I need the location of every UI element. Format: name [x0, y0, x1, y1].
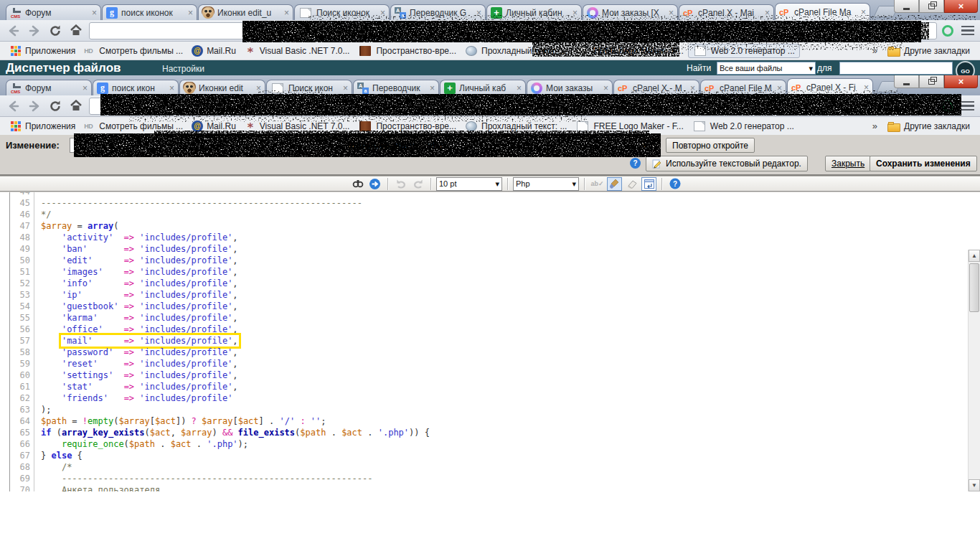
menu-icon[interactable] — [961, 101, 974, 111]
tab-close-icon[interactable]: × — [476, 8, 481, 18]
find-icon[interactable] — [350, 177, 365, 191]
browser-tab[interactable]: поиск икон × — [93, 80, 179, 95]
tab-close-icon[interactable]: × — [284, 8, 289, 18]
browser-tab[interactable]: Иконки edit × — [179, 80, 265, 95]
bookmark-item[interactable]: Пространство-вре... — [354, 44, 461, 57]
menu-icon[interactable] — [961, 26, 974, 36]
close-button[interactable]: × — [944, 75, 978, 88]
other-bookmarks[interactable]: Другие закладки — [883, 44, 974, 57]
use-text-editor-button[interactable]: Используйте текстовый редактор. — [646, 156, 808, 171]
bookmark-item[interactable]: Пространство-вре... — [354, 120, 461, 133]
tab-close-icon[interactable]: × — [573, 8, 578, 18]
browser-tab[interactable]: Мои заказы × — [527, 80, 613, 95]
back-icon[interactable] — [6, 98, 22, 114]
bookmark-item[interactable]: Web 2.0 генератор ... — [688, 44, 800, 58]
spellcheck-icon[interactable]: ab✓ — [590, 177, 605, 191]
tab-close-icon[interactable]: × — [188, 8, 193, 18]
code-editor[interactable]: 44--------------------------------------… — [0, 192, 980, 491]
syntax-select[interactable]: Php▾ — [513, 177, 579, 191]
bookmark-item[interactable]: FREE Logo Maker - F... — [571, 44, 687, 57]
bookmark-item[interactable]: Приложения — [6, 120, 80, 133]
tab-close-icon[interactable]: × — [169, 83, 174, 93]
bookmark-item[interactable]: Visual Basic .NET 7.0... — [240, 120, 354, 133]
tab-close-icon[interactable]: × — [343, 83, 348, 93]
browser-tab[interactable]: cPanel File Ma × — [775, 3, 870, 20]
save-changes-button[interactable]: Сохранить изменения — [870, 156, 977, 171]
back-icon[interactable] — [6, 23, 22, 39]
browser-tab[interactable]: Поиск иконок × — [294, 4, 390, 20]
bookmark-item[interactable]: Прохладный текст: ... — [461, 44, 571, 57]
scrollbar[interactable]: ▲ ▼ — [968, 250, 980, 491]
home-icon[interactable] — [68, 98, 84, 114]
browser-tab[interactable]: cPanel File M × — [700, 80, 786, 95]
help-icon[interactable]: ? — [630, 158, 641, 169]
tab-close-icon[interactable]: × — [430, 83, 435, 93]
tab-close-icon[interactable]: × — [517, 83, 522, 93]
browser-tab[interactable]: Форум × — [6, 80, 92, 95]
extension-icon[interactable] — [942, 100, 953, 112]
bookmark-item[interactable]: Visual Basic .NET 7.0... — [240, 44, 354, 57]
extension-icon[interactable] — [942, 25, 953, 37]
address-bar[interactable] — [89, 98, 937, 115]
reload-icon[interactable] — [47, 98, 63, 114]
browser-tab[interactable]: Личный кабин × — [486, 4, 582, 20]
close-editor-button[interactable]: Закрыть — [825, 156, 871, 171]
bookmark-item[interactable]: FREE Logo Maker - F... — [571, 120, 687, 133]
tab-close-icon[interactable]: × — [777, 83, 782, 93]
file-path-input[interactable] — [70, 138, 344, 153]
bookmark-item[interactable]: Смотреть фильмы ... — [80, 44, 187, 57]
browser-tab[interactable]: Мои заказы [X × — [583, 4, 678, 20]
tab-close-icon[interactable]: × — [256, 83, 261, 93]
minimize-button[interactable] — [894, 0, 919, 13]
bookmark-item[interactable]: Mail.Ru — [187, 44, 240, 57]
tab-close-icon[interactable]: × — [861, 7, 866, 17]
browser-tab[interactable]: cPanel X - Mai × — [679, 4, 774, 20]
bookmark-item[interactable]: Прохладный текст: ... — [461, 120, 571, 133]
go-button[interactable]: GO — [956, 61, 975, 75]
browser-tab[interactable]: cPanel X - Fi × — [787, 78, 873, 95]
home-icon[interactable] — [68, 23, 84, 39]
reopen-button[interactable]: Повторно откройте — [666, 138, 755, 153]
encoding-select[interactable]: utf-8▾ — [423, 138, 651, 153]
tab-close-icon[interactable]: × — [603, 83, 608, 93]
bookmarks-overflow-chevron[interactable]: » — [867, 45, 883, 56]
browser-tab[interactable]: Форум × — [6, 4, 101, 20]
undo-icon[interactable] — [393, 177, 408, 191]
goto-line-icon[interactable] — [367, 177, 382, 191]
browser-tab[interactable]: поиск иконок × — [102, 4, 197, 20]
forward-icon[interactable] — [27, 23, 42, 39]
bookmark-item[interactable]: Web 2.0 генератор ... — [688, 120, 798, 133]
help-icon[interactable]: ? — [667, 177, 682, 191]
browser-tab[interactable]: Иконки edit_u × — [198, 4, 293, 20]
other-bookmarks[interactable]: Другие закладки — [883, 120, 974, 133]
preview-icon[interactable] — [641, 177, 656, 191]
bookmarks-overflow-chevron[interactable]: » — [867, 121, 883, 131]
redo-icon[interactable] — [410, 177, 425, 191]
tab-close-icon[interactable]: × — [92, 8, 97, 18]
forward-icon[interactable] — [27, 98, 42, 114]
reload-icon[interactable] — [47, 23, 63, 39]
search-scope-select[interactable]: Все ваши файлы▾ — [717, 62, 816, 75]
address-bar[interactable] — [89, 22, 937, 39]
minimize-button[interactable] — [894, 75, 919, 88]
bookmark-item[interactable]: Приложения — [6, 44, 80, 57]
bookmark-item[interactable]: Mail.Ru — [187, 120, 240, 133]
scroll-down-icon[interactable]: ▼ — [969, 479, 980, 491]
restore-button[interactable] — [919, 75, 944, 88]
search-input[interactable] — [839, 62, 953, 75]
browser-tab[interactable]: Переводчик × — [353, 80, 439, 95]
brush-icon[interactable] — [607, 177, 622, 191]
tab-close-icon[interactable]: × — [669, 8, 674, 18]
browser-tab[interactable]: Переводчик G × — [390, 4, 486, 20]
eraser-icon[interactable] — [624, 177, 639, 191]
close-button[interactable]: × — [944, 0, 978, 13]
restore-button[interactable] — [919, 0, 944, 13]
tab-close-icon[interactable]: × — [864, 83, 869, 93]
font-size-select[interactable]: 10 pt▾ — [436, 177, 502, 191]
browser-tab[interactable]: Поиск икон × — [266, 80, 352, 95]
settings-link[interactable]: Настройки — [162, 64, 204, 74]
browser-tab[interactable]: Личный каб × — [440, 80, 526, 95]
scroll-up-icon[interactable]: ▲ — [969, 250, 980, 262]
tab-close-icon[interactable]: × — [83, 83, 88, 93]
browser-tab[interactable]: cPanel X - M × — [613, 80, 699, 95]
